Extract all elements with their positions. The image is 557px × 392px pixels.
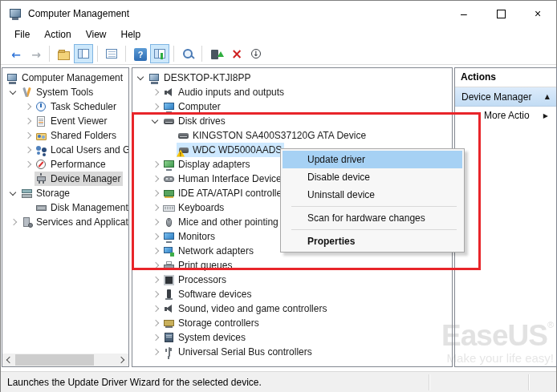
disk-management-icon	[35, 202, 47, 214]
tree-item-label: System devices	[178, 332, 246, 343]
tree-item-label: Event Viewer	[51, 115, 107, 127]
scroll-right-icon[interactable]	[116, 354, 128, 366]
console-tree: Computer ManagementSystem ToolsTask Sche…	[2, 68, 128, 229]
actions-header: Actions	[455, 68, 556, 87]
help-button[interactable]	[130, 44, 149, 63]
tree-item[interactable]: Shared Folders	[2, 128, 128, 143]
tree-item[interactable]: System Tools	[2, 85, 128, 99]
scan-hardware-changes-button[interactable]	[178, 44, 197, 63]
registered-mark: ®	[547, 320, 554, 329]
tree-item[interactable]: Disk Management	[2, 200, 128, 215]
tree-item[interactable]: System devices	[132, 330, 452, 345]
forward-button[interactable]	[26, 44, 45, 63]
actions-group-device-manager[interactable]: Device Manager ▲	[455, 87, 556, 107]
processor-icon	[163, 274, 175, 286]
performance-icon	[35, 159, 47, 171]
tree-item[interactable]: DESKTOP-KTJI8PP	[132, 71, 452, 85]
computer-management-window: Computer Management – × FileActionViewHe…	[0, 0, 557, 392]
chevron-right-icon[interactable]	[149, 273, 162, 286]
task-scheduler-icon	[35, 101, 47, 113]
chevron-expanded-icon[interactable]	[7, 187, 20, 200]
show-hide-action-pane-button[interactable]	[150, 44, 169, 63]
chevron-right-icon[interactable]	[149, 288, 162, 301]
status-text: Launches the Update Driver Wizard for th…	[7, 372, 262, 392]
collapse-arrow-icon[interactable]: ▲	[545, 93, 550, 100]
tree-item-label: Task Scheduler	[51, 101, 116, 112]
horizontal-scrollbar[interactable]	[2, 354, 128, 366]
audio-icon	[163, 87, 175, 99]
tree-item-label: Services and Applications	[36, 216, 129, 228]
tree-item[interactable]: Processors	[132, 273, 452, 287]
chevron-right-icon[interactable]	[22, 158, 35, 171]
chevron-right-icon[interactable]	[22, 100, 35, 113]
properties-button[interactable]	[102, 44, 121, 63]
tree-item[interactable]: Task Scheduler	[2, 99, 128, 114]
chevron-right-icon[interactable]	[22, 129, 35, 142]
system-devices-icon	[163, 332, 175, 344]
update-driver-button[interactable]	[206, 44, 226, 63]
tree-item[interactable]: Event Viewer	[2, 114, 128, 128]
close-button[interactable]: ×	[519, 1, 556, 26]
chevron-expanded-icon[interactable]	[135, 71, 148, 84]
back-button[interactable]	[6, 44, 25, 63]
tree-item-label: Computer	[178, 101, 221, 112]
console-tree-panel: Computer ManagementSystem ToolsTask Sche…	[2, 67, 129, 367]
open-console-button[interactable]	[54, 44, 73, 63]
chevron-right-icon[interactable]	[22, 143, 35, 156]
tree-item[interactable]: Storage	[2, 186, 128, 200]
tree-item-label: Processors	[178, 274, 226, 285]
menu-bar: FileActionViewHelp	[1, 26, 556, 42]
menubar-item-help[interactable]: Help	[114, 27, 148, 42]
chevron-right-icon[interactable]	[149, 100, 162, 113]
tree-item[interactable]: Storage controllers	[132, 316, 452, 330]
tree-item-label: Storage	[36, 188, 70, 199]
tree-item[interactable]: Software devices	[132, 287, 452, 301]
menubar-item-action[interactable]: Action	[37, 27, 78, 42]
disable-device-button[interactable]	[246, 44, 266, 63]
tree-item-label: Local Users and Groups	[51, 144, 129, 156]
show-hide-console-tree-icon	[77, 47, 91, 62]
scrollbar-thumb[interactable]	[15, 354, 94, 366]
uninstall-device-button[interactable]	[226, 44, 246, 63]
toolbar-separator	[49, 46, 50, 62]
toolbar-separator	[125, 46, 126, 62]
tree-item-label: Performance	[51, 159, 106, 170]
chevron-right-icon[interactable]	[7, 216, 20, 228]
watermark-tagline: Make your life easy!	[441, 352, 554, 364]
tree-item[interactable]: Services and Applications	[2, 215, 128, 229]
maximize-button[interactable]	[482, 1, 519, 26]
menubar-item-file[interactable]: File	[7, 27, 37, 42]
chevron-right-icon[interactable]	[149, 331, 162, 344]
show-hide-console-tree-button[interactable]	[74, 44, 93, 63]
tree-item[interactable]: Local Users and Groups	[2, 143, 128, 157]
tree-item[interactable]: Computer Management	[2, 71, 128, 85]
tree-item[interactable]: Performance	[2, 157, 128, 172]
tree-item[interactable]: Device Manager	[2, 172, 128, 186]
chevron-right-icon[interactable]	[149, 302, 162, 315]
show-hide-action-pane-icon	[153, 47, 168, 62]
chevron-right-icon[interactable]	[149, 346, 162, 358]
chevron-expanded-icon[interactable]	[7, 86, 20, 99]
menubar-item-view[interactable]: View	[79, 27, 114, 42]
device-manager-icon	[35, 173, 47, 185]
chevron-right-icon[interactable]	[149, 86, 162, 99]
chevron-right-icon[interactable]	[149, 317, 162, 329]
tree-item-label: Sound, video and game controllers	[178, 303, 327, 314]
scan-hardware-changes-icon	[181, 47, 196, 62]
shared-folders-icon	[35, 130, 47, 142]
local-users-icon	[35, 144, 47, 156]
tree-item[interactable]: Audio inputs and outputs	[132, 85, 452, 99]
tree-item[interactable]: Universal Serial Bus controllers	[132, 345, 452, 359]
back-icon	[9, 47, 23, 62]
window-title: Computer Management	[28, 8, 445, 19]
actions-group-title: Device Manager	[461, 91, 545, 103]
system-tools-icon	[21, 87, 33, 99]
scroll-left-icon[interactable]	[2, 354, 15, 366]
tree-item[interactable]: Sound, video and game controllers	[132, 301, 452, 316]
minimize-button[interactable]: –	[445, 1, 482, 26]
storage-controller-icon	[163, 317, 175, 329]
tree-item-label: Shared Folders	[51, 130, 116, 141]
maximize-icon	[497, 10, 506, 18]
forward-icon	[29, 47, 43, 62]
chevron-right-icon[interactable]	[22, 115, 35, 127]
